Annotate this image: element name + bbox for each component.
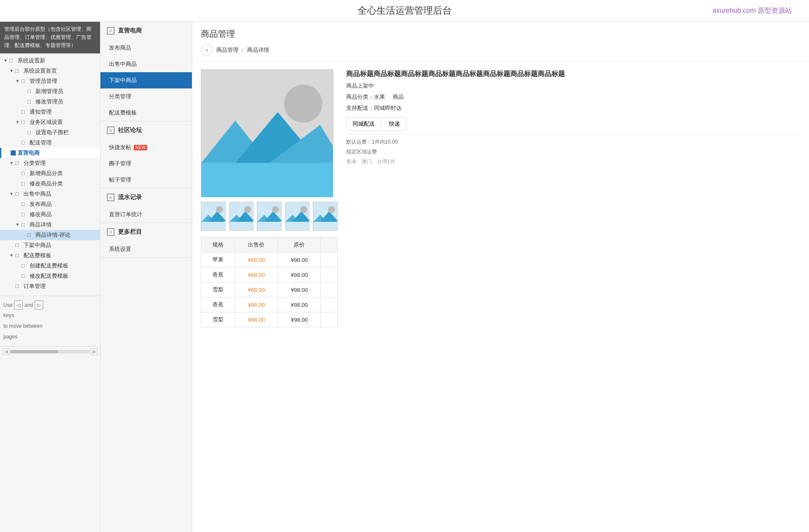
- sidebar-item-label: 通知管理: [29, 108, 52, 116]
- spec-cell: 雪梨: [201, 282, 235, 297]
- sidebar-item-order-manage[interactable]: ▼ □ 订单管理: [0, 281, 100, 291]
- thumbnail-4[interactable]: [285, 202, 310, 231]
- sidebar-item-category-manage[interactable]: ▼ □ 分类管理: [0, 158, 100, 168]
- spec-cell: 雪梨: [201, 312, 235, 327]
- arrow-icon: ▼: [9, 68, 15, 73]
- sidebar-item-delivery-template[interactable]: ▼ □ 配送费模板: [0, 250, 100, 261]
- sidebar-item-notification[interactable]: ▼ □ 通知管理: [0, 107, 100, 117]
- thumbnail-2[interactable]: [229, 202, 254, 231]
- sidebar-item-admin-manage[interactable]: ▼ □ 管理员管理: [0, 76, 100, 86]
- nav-item-post-manage[interactable]: 帖子管理: [100, 172, 192, 188]
- sidebar-item-label: 修改管理员: [35, 98, 63, 106]
- sale-price-cell: ¥88.00: [235, 297, 278, 312]
- breadcrumb-current: 商品详情: [247, 46, 269, 54]
- sidebar-item-edit-admin[interactable]: ▼ □ 修改管理员: [0, 97, 100, 107]
- sidebar-item-edit-product[interactable]: ▼ □ 修改商品: [0, 209, 100, 220]
- nav-section-more: ✕ 更多栏目 系统设置: [100, 223, 192, 258]
- arrow-icon: ▼: [9, 161, 15, 165]
- thumbnail-5[interactable]: [313, 202, 338, 231]
- page-icon: □: [27, 88, 34, 94]
- delivery-tab-express[interactable]: 快递: [383, 118, 406, 130]
- svg-point-18: [272, 206, 279, 213]
- delivery-detail: 默认运费：1件内10.00 指定区域运费 香港、澳门、台湾1件: [346, 134, 800, 169]
- original-price-cell: ¥98.00: [278, 297, 321, 312]
- svg-point-26: [328, 206, 335, 213]
- sidebar-item-system-settings[interactable]: ▼ □ 系统设置新: [0, 56, 100, 66]
- back-icon: <: [205, 47, 209, 53]
- main-layout: 管理后台部分原型（包含社区管理、商品管理、订单管理、优惠管理、广告管理、配送费模…: [0, 22, 809, 532]
- sidebar-item-delivery-manage[interactable]: ▼ □ 配送管理: [0, 138, 100, 148]
- sidebar-item-add-admin[interactable]: ▼ □ 新增管理员: [0, 86, 100, 97]
- page-icon: □: [21, 262, 28, 269]
- delivery-region-detail: 香港、澳门、台湾1件: [346, 157, 800, 167]
- sidebar-item-on-sale[interactable]: ▼ □ 出售中商品: [0, 189, 100, 199]
- content-header: 商品管理 < 商品管理 / 商品详情: [192, 22, 809, 61]
- nav-section-header-community: ✕ 社区论坛: [100, 121, 192, 139]
- product-status: 商品上架中: [346, 82, 800, 90]
- table-row: 雪梨 ¥88.00 ¥98.00: [201, 312, 338, 327]
- delivery-tab-local[interactable]: 同城配送: [347, 118, 381, 130]
- folder-icon: □: [15, 191, 22, 197]
- nav-item-circle-manage[interactable]: 圈子管理: [100, 156, 192, 172]
- keyboard-hint-action: to move between: [3, 321, 42, 331]
- page-icon: □: [21, 273, 28, 279]
- page-title: 商品管理: [201, 28, 800, 40]
- scroll-right-button[interactable]: ▷: [91, 348, 97, 355]
- nav-item-off-sale-product[interactable]: 下架中商品: [100, 72, 192, 88]
- sidebar-item-label: 商品详情: [29, 221, 52, 229]
- sidebar-item-publish-product[interactable]: ▼ □ 发布商品: [0, 199, 100, 209]
- sidebar-item-edit-category[interactable]: ▼ □ 修改商品分类: [0, 179, 100, 189]
- sidebar-item-create-delivery-template[interactable]: ▼ □ 创建配送费模板: [0, 261, 100, 271]
- svg-rect-6: [201, 163, 333, 197]
- nav-section-title-more: 更多栏目: [118, 228, 142, 236]
- section-icon-community: ✕: [107, 126, 115, 134]
- svg-point-2: [284, 85, 322, 123]
- thumbnail-1[interactable]: [201, 202, 226, 231]
- nav-section-header-more: ✕ 更多栏目: [100, 223, 192, 241]
- nav-item-system-settings[interactable]: 系统设置: [100, 241, 192, 257]
- sidebar-item-geofence[interactable]: ▼ □ 设置电子围栏: [0, 127, 100, 138]
- delivery-region-label: 指定区域运费: [346, 147, 800, 157]
- nav-item-quick-post[interactable]: 快捷发帖 NEW: [100, 139, 192, 156]
- nav-item-direct-order-stats[interactable]: 直营订单统计: [100, 206, 192, 223]
- page-icon: □: [15, 242, 22, 248]
- breadcrumb-parent[interactable]: 商品管理: [216, 46, 238, 54]
- back-button[interactable]: <: [201, 44, 213, 56]
- sidebar-item-add-category[interactable]: ▼ □ 新增商品分类: [0, 168, 100, 179]
- main-product-image: [201, 69, 333, 197]
- nav-item-on-sale-product[interactable]: 出售中商品: [100, 56, 192, 72]
- thumbnail-3[interactable]: [257, 202, 282, 231]
- nav-section-community: ✕ 社区论坛 快捷发帖 NEW 圈子管理 帖子管理: [100, 121, 192, 188]
- nav-item-publish-product[interactable]: 发布商品: [100, 40, 192, 56]
- sidebar-item-edit-delivery-template[interactable]: ▼ □ 修改配送费模板: [0, 271, 100, 281]
- sidebar-item-label: 设置电子围栏: [35, 129, 69, 136]
- nav-item-label: 出售中商品: [109, 61, 137, 67]
- nav-item-label: 配送费模板: [109, 109, 137, 116]
- page-icon: □: [27, 129, 34, 135]
- middle-nav: ✕ 直营电商 发布商品 出售中商品 下架中商品 分类管理 配送费模板 ✕: [100, 22, 192, 532]
- sidebar-item-system-home[interactable]: ▼ □ 系统设置首页: [0, 66, 100, 76]
- sidebar-item-label: 分类管理: [24, 159, 46, 167]
- folder-icon: □: [21, 119, 28, 125]
- keyboard-hint-keys: keys: [3, 311, 14, 320]
- section-icon-more: ✕: [107, 228, 115, 236]
- sidebar-item-business-area[interactable]: ▼ □ 业务区域设置: [0, 117, 100, 127]
- left-sidebar: 管理后台部分原型（包含社区管理、商品管理、订单管理、优惠管理、广告管理、配送费模…: [0, 22, 100, 532]
- sidebar-item-product-detail-comment[interactable]: ▼ □ 商品详情-评论: [0, 230, 100, 240]
- svg-point-10: [216, 206, 223, 213]
- sidebar-item-label: 配送管理: [29, 139, 52, 147]
- scroll-left-button[interactable]: ◁: [3, 348, 9, 355]
- nav-item-delivery-template[interactable]: 配送费模板: [100, 105, 192, 121]
- main-image-svg: [201, 70, 333, 197]
- sidebar-item-direct-ecommerce[interactable]: ▼ 直营电商: [0, 148, 100, 158]
- tree-container: ▼ □ 系统设置新 ▼ □ 系统设置首页 ▼ □ 管理员管理 ▼ □ 新增管理员…: [0, 53, 100, 294]
- nav-section-title-direct: 直营电商: [118, 27, 142, 35]
- nav-item-label: 快捷发帖: [109, 144, 131, 151]
- nav-item-category-manage[interactable]: 分类管理: [100, 88, 192, 105]
- scroll-thumb[interactable]: [10, 350, 58, 353]
- sidebar-item-product-detail[interactable]: ▼ □ 商品详情: [0, 220, 100, 230]
- folder-icon: □: [15, 252, 22, 259]
- page-icon: □: [21, 170, 28, 176]
- folder-icon: □: [15, 160, 22, 166]
- sidebar-item-off-sale[interactable]: ▼ □ 下架中商品: [0, 240, 100, 250]
